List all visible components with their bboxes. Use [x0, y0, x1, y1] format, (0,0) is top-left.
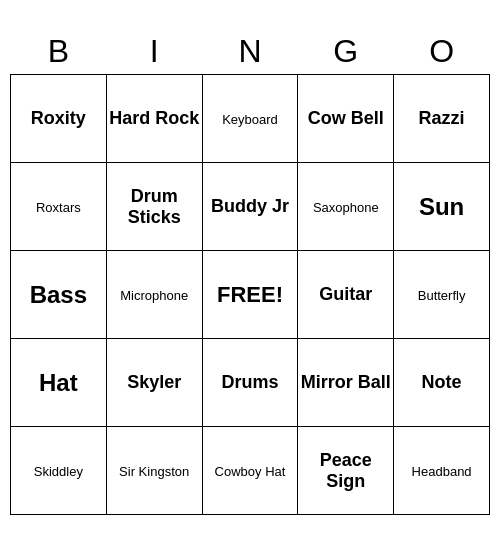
bingo-cell: Cow Bell: [298, 75, 394, 163]
bingo-header-cell: O: [394, 29, 490, 75]
bingo-header: BINGO: [11, 29, 490, 75]
bingo-cell: Hat: [11, 339, 107, 427]
bingo-cell: Roxity: [11, 75, 107, 163]
bingo-cell: Butterfly: [394, 251, 490, 339]
bingo-cell: Guitar: [298, 251, 394, 339]
bingo-cell: Drum Sticks: [106, 163, 202, 251]
bingo-cell: Drums: [202, 339, 298, 427]
bingo-cell: Razzi: [394, 75, 490, 163]
bingo-cell: Cowboy Hat: [202, 427, 298, 515]
bingo-cell: Hard Rock: [106, 75, 202, 163]
bingo-cell: Sir Kingston: [106, 427, 202, 515]
bingo-cell: Bass: [11, 251, 107, 339]
bingo-cell: Mirror Ball: [298, 339, 394, 427]
table-row: RoxityHard RockKeyboardCow BellRazzi: [11, 75, 490, 163]
table-row: RoxtarsDrum SticksBuddy JrSaxophoneSun: [11, 163, 490, 251]
table-row: BassMicrophoneFREE!GuitarButterfly: [11, 251, 490, 339]
bingo-cell: Peace Sign: [298, 427, 394, 515]
bingo-cell: Saxophone: [298, 163, 394, 251]
bingo-header-cell: B: [11, 29, 107, 75]
bingo-cell: Skyler: [106, 339, 202, 427]
bingo-header-cell: N: [202, 29, 298, 75]
bingo-header-cell: G: [298, 29, 394, 75]
bingo-cell: Buddy Jr: [202, 163, 298, 251]
bingo-card: BINGO RoxityHard RockKeyboardCow BellRaz…: [10, 29, 490, 515]
table-row: HatSkylerDrumsMirror BallNote: [11, 339, 490, 427]
bingo-cell: Headband: [394, 427, 490, 515]
table-row: SkiddleySir KingstonCowboy HatPeace Sign…: [11, 427, 490, 515]
bingo-cell: Microphone: [106, 251, 202, 339]
bingo-cell: Roxtars: [11, 163, 107, 251]
bingo-cell: Keyboard: [202, 75, 298, 163]
bingo-cell: FREE!: [202, 251, 298, 339]
bingo-cell: Note: [394, 339, 490, 427]
bingo-cell: Sun: [394, 163, 490, 251]
bingo-cell: Skiddley: [11, 427, 107, 515]
bingo-header-cell: I: [106, 29, 202, 75]
